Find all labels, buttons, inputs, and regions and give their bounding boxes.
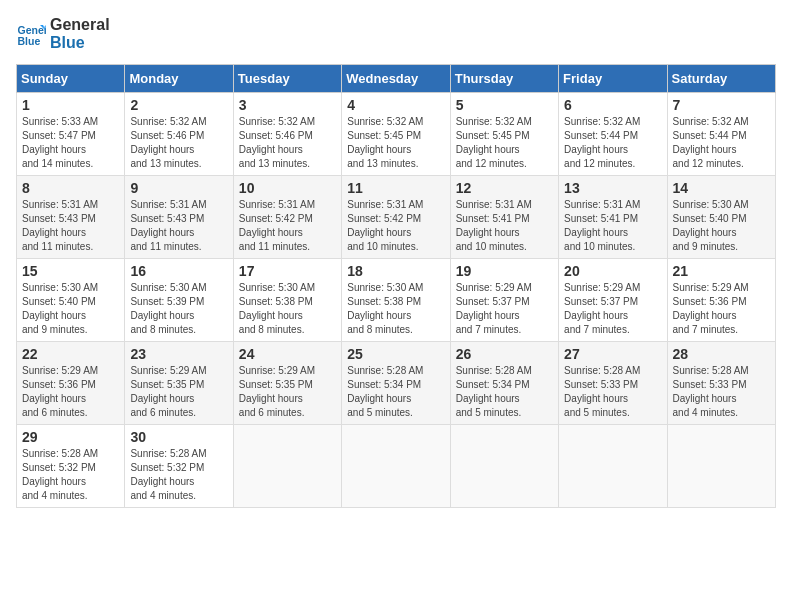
weekday-row: SundayMondayTuesdayWednesdayThursdayFrid…: [17, 65, 776, 93]
day-number: 11: [347, 180, 444, 196]
day-info: Sunrise: 5:30 AM Sunset: 5:40 PM Dayligh…: [22, 281, 119, 337]
header: General Blue General Blue: [16, 16, 776, 52]
day-info: Sunrise: 5:28 AM Sunset: 5:33 PM Dayligh…: [673, 364, 770, 420]
calendar-day-14: 14 Sunrise: 5:30 AM Sunset: 5:40 PM Dayl…: [667, 176, 775, 259]
weekday-header-friday: Friday: [559, 65, 667, 93]
calendar-week-row: 8 Sunrise: 5:31 AM Sunset: 5:43 PM Dayli…: [17, 176, 776, 259]
day-info: Sunrise: 5:29 AM Sunset: 5:37 PM Dayligh…: [456, 281, 553, 337]
day-info: Sunrise: 5:28 AM Sunset: 5:32 PM Dayligh…: [22, 447, 119, 503]
day-number: 24: [239, 346, 336, 362]
day-number: 9: [130, 180, 227, 196]
day-number: 1: [22, 97, 119, 113]
day-number: 28: [673, 346, 770, 362]
calendar-day-26: 26 Sunrise: 5:28 AM Sunset: 5:34 PM Dayl…: [450, 342, 558, 425]
calendar-body: 1 Sunrise: 5:33 AM Sunset: 5:47 PM Dayli…: [17, 93, 776, 508]
day-number: 21: [673, 263, 770, 279]
logo-text: General Blue: [50, 16, 110, 52]
day-number: 27: [564, 346, 661, 362]
weekday-header-wednesday: Wednesday: [342, 65, 450, 93]
empty-cell: [559, 425, 667, 508]
logo: General Blue General Blue: [16, 16, 110, 52]
calendar-day-9: 9 Sunrise: 5:31 AM Sunset: 5:43 PM Dayli…: [125, 176, 233, 259]
weekday-header-saturday: Saturday: [667, 65, 775, 93]
day-number: 10: [239, 180, 336, 196]
calendar-day-17: 17 Sunrise: 5:30 AM Sunset: 5:38 PM Dayl…: [233, 259, 341, 342]
day-number: 16: [130, 263, 227, 279]
day-number: 6: [564, 97, 661, 113]
calendar-week-row: 1 Sunrise: 5:33 AM Sunset: 5:47 PM Dayli…: [17, 93, 776, 176]
day-info: Sunrise: 5:32 AM Sunset: 5:44 PM Dayligh…: [673, 115, 770, 171]
calendar-day-2: 2 Sunrise: 5:32 AM Sunset: 5:46 PM Dayli…: [125, 93, 233, 176]
day-info: Sunrise: 5:30 AM Sunset: 5:38 PM Dayligh…: [347, 281, 444, 337]
calendar-day-11: 11 Sunrise: 5:31 AM Sunset: 5:42 PM Dayl…: [342, 176, 450, 259]
day-number: 8: [22, 180, 119, 196]
day-number: 19: [456, 263, 553, 279]
day-number: 23: [130, 346, 227, 362]
day-number: 29: [22, 429, 119, 445]
svg-text:Blue: Blue: [18, 35, 41, 47]
weekday-header-thursday: Thursday: [450, 65, 558, 93]
day-info: Sunrise: 5:31 AM Sunset: 5:43 PM Dayligh…: [22, 198, 119, 254]
day-number: 22: [22, 346, 119, 362]
calendar-day-25: 25 Sunrise: 5:28 AM Sunset: 5:34 PM Dayl…: [342, 342, 450, 425]
day-info: Sunrise: 5:32 AM Sunset: 5:45 PM Dayligh…: [347, 115, 444, 171]
day-number: 30: [130, 429, 227, 445]
day-info: Sunrise: 5:31 AM Sunset: 5:41 PM Dayligh…: [564, 198, 661, 254]
weekday-header-sunday: Sunday: [17, 65, 125, 93]
day-info: Sunrise: 5:29 AM Sunset: 5:37 PM Dayligh…: [564, 281, 661, 337]
day-number: 4: [347, 97, 444, 113]
calendar-header: SundayMondayTuesdayWednesdayThursdayFrid…: [17, 65, 776, 93]
day-info: Sunrise: 5:29 AM Sunset: 5:35 PM Dayligh…: [239, 364, 336, 420]
calendar-day-4: 4 Sunrise: 5:32 AM Sunset: 5:45 PM Dayli…: [342, 93, 450, 176]
calendar-day-30: 30 Sunrise: 5:28 AM Sunset: 5:32 PM Dayl…: [125, 425, 233, 508]
day-info: Sunrise: 5:29 AM Sunset: 5:36 PM Dayligh…: [673, 281, 770, 337]
day-number: 15: [22, 263, 119, 279]
day-number: 5: [456, 97, 553, 113]
calendar-table: SundayMondayTuesdayWednesdayThursdayFrid…: [16, 64, 776, 508]
empty-cell: [450, 425, 558, 508]
calendar-day-10: 10 Sunrise: 5:31 AM Sunset: 5:42 PM Dayl…: [233, 176, 341, 259]
day-info: Sunrise: 5:29 AM Sunset: 5:35 PM Dayligh…: [130, 364, 227, 420]
day-number: 3: [239, 97, 336, 113]
calendar-day-15: 15 Sunrise: 5:30 AM Sunset: 5:40 PM Dayl…: [17, 259, 125, 342]
day-info: Sunrise: 5:31 AM Sunset: 5:43 PM Dayligh…: [130, 198, 227, 254]
calendar-day-23: 23 Sunrise: 5:29 AM Sunset: 5:35 PM Dayl…: [125, 342, 233, 425]
day-number: 12: [456, 180, 553, 196]
day-info: Sunrise: 5:30 AM Sunset: 5:39 PM Dayligh…: [130, 281, 227, 337]
day-number: 7: [673, 97, 770, 113]
calendar-day-1: 1 Sunrise: 5:33 AM Sunset: 5:47 PM Dayli…: [17, 93, 125, 176]
day-number: 18: [347, 263, 444, 279]
calendar-day-13: 13 Sunrise: 5:31 AM Sunset: 5:41 PM Dayl…: [559, 176, 667, 259]
weekday-header-tuesday: Tuesday: [233, 65, 341, 93]
calendar-week-row: 22 Sunrise: 5:29 AM Sunset: 5:36 PM Dayl…: [17, 342, 776, 425]
day-number: 25: [347, 346, 444, 362]
day-info: Sunrise: 5:30 AM Sunset: 5:38 PM Dayligh…: [239, 281, 336, 337]
empty-cell: [667, 425, 775, 508]
calendar-day-5: 5 Sunrise: 5:32 AM Sunset: 5:45 PM Dayli…: [450, 93, 558, 176]
weekday-header-monday: Monday: [125, 65, 233, 93]
calendar-day-29: 29 Sunrise: 5:28 AM Sunset: 5:32 PM Dayl…: [17, 425, 125, 508]
day-info: Sunrise: 5:31 AM Sunset: 5:41 PM Dayligh…: [456, 198, 553, 254]
day-info: Sunrise: 5:28 AM Sunset: 5:33 PM Dayligh…: [564, 364, 661, 420]
day-info: Sunrise: 5:32 AM Sunset: 5:46 PM Dayligh…: [239, 115, 336, 171]
day-number: 20: [564, 263, 661, 279]
day-number: 13: [564, 180, 661, 196]
day-info: Sunrise: 5:29 AM Sunset: 5:36 PM Dayligh…: [22, 364, 119, 420]
calendar-day-6: 6 Sunrise: 5:32 AM Sunset: 5:44 PM Dayli…: [559, 93, 667, 176]
calendar-day-27: 27 Sunrise: 5:28 AM Sunset: 5:33 PM Dayl…: [559, 342, 667, 425]
day-number: 2: [130, 97, 227, 113]
calendar-day-20: 20 Sunrise: 5:29 AM Sunset: 5:37 PM Dayl…: [559, 259, 667, 342]
day-info: Sunrise: 5:31 AM Sunset: 5:42 PM Dayligh…: [239, 198, 336, 254]
calendar-day-22: 22 Sunrise: 5:29 AM Sunset: 5:36 PM Dayl…: [17, 342, 125, 425]
calendar-day-19: 19 Sunrise: 5:29 AM Sunset: 5:37 PM Dayl…: [450, 259, 558, 342]
day-info: Sunrise: 5:32 AM Sunset: 5:44 PM Dayligh…: [564, 115, 661, 171]
day-info: Sunrise: 5:28 AM Sunset: 5:34 PM Dayligh…: [347, 364, 444, 420]
day-info: Sunrise: 5:30 AM Sunset: 5:40 PM Dayligh…: [673, 198, 770, 254]
calendar-day-16: 16 Sunrise: 5:30 AM Sunset: 5:39 PM Dayl…: [125, 259, 233, 342]
day-number: 14: [673, 180, 770, 196]
day-info: Sunrise: 5:32 AM Sunset: 5:46 PM Dayligh…: [130, 115, 227, 171]
calendar-day-18: 18 Sunrise: 5:30 AM Sunset: 5:38 PM Dayl…: [342, 259, 450, 342]
day-info: Sunrise: 5:32 AM Sunset: 5:45 PM Dayligh…: [456, 115, 553, 171]
calendar-day-7: 7 Sunrise: 5:32 AM Sunset: 5:44 PM Dayli…: [667, 93, 775, 176]
calendar-week-row: 15 Sunrise: 5:30 AM Sunset: 5:40 PM Dayl…: [17, 259, 776, 342]
